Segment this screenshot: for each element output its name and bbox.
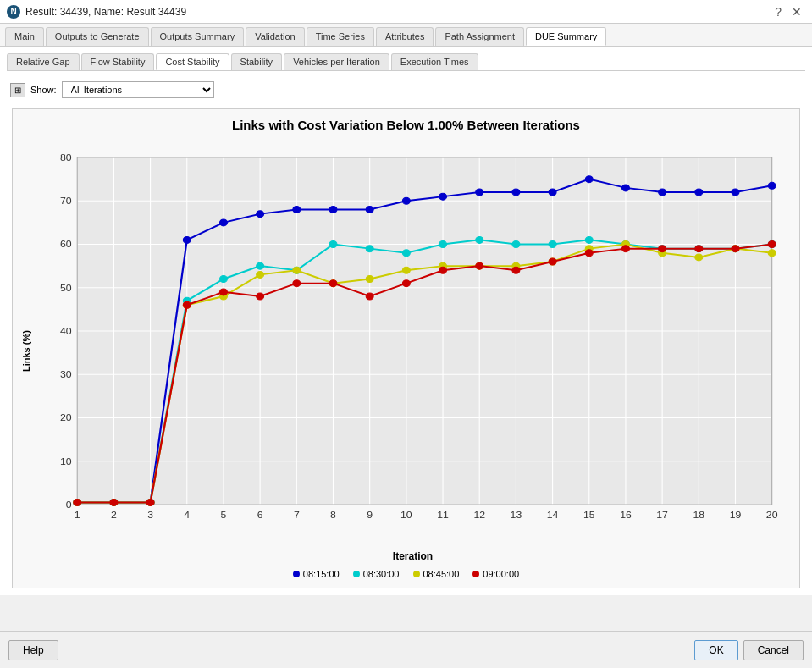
sub-tab-vehicles-per-iteration[interactable]: Vehicles per Iteration bbox=[284, 53, 389, 70]
svg-point-75 bbox=[621, 185, 629, 191]
svg-text:17: 17 bbox=[656, 510, 668, 520]
svg-point-134 bbox=[585, 250, 593, 257]
svg-text:0: 0 bbox=[66, 500, 72, 510]
help-button[interactable]: ? bbox=[771, 5, 785, 19]
svg-point-106 bbox=[293, 267, 301, 273]
y-axis-label: Links (%) bbox=[21, 141, 31, 562]
svg-point-120 bbox=[74, 499, 81, 505]
svg-point-117 bbox=[695, 254, 703, 261]
main-tab-attributes[interactable]: Attributes bbox=[376, 27, 434, 46]
content-area: Relative GapFlow StabilityCost Stability… bbox=[0, 47, 812, 595]
svg-text:16: 16 bbox=[620, 510, 632, 520]
svg-point-64 bbox=[219, 219, 227, 226]
sub-tab-relative-gap[interactable]: Relative Gap bbox=[7, 53, 80, 70]
svg-text:19: 19 bbox=[730, 510, 742, 520]
svg-point-88 bbox=[366, 246, 373, 252]
svg-text:18: 18 bbox=[693, 510, 704, 520]
cancel-button[interactable]: Cancel bbox=[743, 640, 804, 660]
svg-point-91 bbox=[476, 236, 483, 243]
svg-point-108 bbox=[366, 276, 373, 283]
svg-point-105 bbox=[257, 271, 264, 278]
svg-point-109 bbox=[402, 267, 410, 273]
svg-text:10: 10 bbox=[400, 510, 412, 520]
sub-tab-cost-stability[interactable]: Cost Stability bbox=[156, 53, 229, 70]
svg-point-92 bbox=[512, 241, 520, 248]
svg-text:15: 15 bbox=[583, 510, 595, 520]
svg-text:40: 40 bbox=[60, 326, 72, 336]
svg-point-138 bbox=[732, 246, 739, 252]
sub-tab-stability[interactable]: Stability bbox=[231, 53, 283, 70]
svg-point-84 bbox=[219, 276, 227, 283]
main-tab-path-assignment[interactable]: Path Assignment bbox=[435, 27, 524, 46]
svg-point-137 bbox=[695, 246, 703, 252]
svg-text:2: 2 bbox=[111, 510, 117, 520]
svg-point-132 bbox=[512, 267, 520, 273]
svg-point-67 bbox=[329, 207, 337, 213]
svg-text:13: 13 bbox=[511, 510, 522, 520]
svg-point-127 bbox=[329, 280, 337, 287]
svg-text:7: 7 bbox=[294, 510, 300, 520]
main-tab-outputs-to-generate[interactable]: Outputs to Generate bbox=[46, 27, 149, 46]
svg-point-124 bbox=[219, 289, 227, 295]
svg-text:5: 5 bbox=[221, 510, 227, 520]
svg-text:50: 50 bbox=[60, 282, 72, 292]
svg-point-130 bbox=[439, 267, 447, 273]
grid-toggle-button[interactable]: ⊞ bbox=[10, 83, 25, 97]
svg-point-69 bbox=[402, 197, 410, 204]
svg-text:14: 14 bbox=[547, 510, 559, 520]
show-select[interactable]: All IterationsLast 10 IterationsLast 5 I… bbox=[62, 81, 214, 98]
svg-text:6: 6 bbox=[257, 510, 263, 520]
main-tab-time-series[interactable]: Time Series bbox=[307, 27, 374, 46]
svg-text:30: 30 bbox=[60, 369, 72, 379]
svg-point-76 bbox=[659, 189, 666, 196]
svg-point-78 bbox=[732, 189, 739, 196]
main-tab-main[interactable]: Main bbox=[5, 27, 44, 46]
sub-tab-flow-stability[interactable]: Flow Stability bbox=[81, 53, 155, 70]
svg-point-89 bbox=[402, 250, 410, 257]
main-tab-due-summary[interactable]: DUE Summary bbox=[526, 27, 606, 46]
svg-point-68 bbox=[366, 207, 373, 213]
svg-point-73 bbox=[549, 189, 556, 196]
svg-point-139 bbox=[768, 241, 776, 248]
svg-point-123 bbox=[183, 301, 191, 308]
app-icon: N bbox=[7, 5, 20, 19]
help-button[interactable]: Help bbox=[8, 640, 58, 660]
svg-point-129 bbox=[402, 280, 410, 287]
window-title: Result: 34439, Name: Result 34439 bbox=[25, 6, 186, 18]
svg-text:4: 4 bbox=[184, 510, 190, 520]
svg-point-70 bbox=[439, 193, 447, 200]
svg-text:20: 20 bbox=[60, 412, 72, 422]
legend-item: 09:00:00 bbox=[472, 569, 519, 579]
close-button[interactable]: ✕ bbox=[788, 5, 805, 19]
legend-label: 08:15:00 bbox=[303, 569, 340, 579]
legend-item: 08:30:00 bbox=[353, 569, 400, 579]
svg-point-77 bbox=[695, 189, 703, 196]
toolbar: ⊞ Show: All IterationsLast 10 Iterations… bbox=[7, 78, 805, 102]
main-tab-outputs-summary[interactable]: Outputs Summary bbox=[151, 27, 245, 46]
legend: 08:15:0008:30:0008:45:0009:00:00 bbox=[21, 569, 791, 579]
legend-item: 08:45:00 bbox=[413, 569, 460, 579]
svg-point-126 bbox=[293, 280, 301, 287]
svg-point-131 bbox=[476, 262, 483, 269]
svg-text:20: 20 bbox=[766, 510, 778, 520]
show-label: Show: bbox=[30, 85, 57, 95]
svg-text:60: 60 bbox=[60, 239, 72, 249]
x-axis-label: Iteration bbox=[35, 550, 791, 562]
svg-text:10: 10 bbox=[60, 455, 72, 466]
main-tabs: MainOutputs to GenerateOutputs SummaryVa… bbox=[0, 24, 812, 47]
svg-text:70: 70 bbox=[60, 196, 72, 206]
sub-tab-execution-times[interactable]: Execution Times bbox=[391, 53, 478, 70]
ok-button[interactable]: OK bbox=[694, 640, 737, 660]
svg-point-93 bbox=[549, 241, 556, 248]
svg-text:1: 1 bbox=[75, 510, 80, 520]
svg-text:11: 11 bbox=[437, 510, 449, 520]
svg-point-128 bbox=[366, 293, 373, 300]
svg-point-125 bbox=[257, 293, 264, 300]
main-tab-validation[interactable]: Validation bbox=[246, 27, 305, 46]
svg-point-119 bbox=[768, 250, 776, 257]
svg-point-79 bbox=[768, 182, 776, 189]
svg-point-122 bbox=[146, 499, 154, 505]
chart-container: Links with Cost Variation Below 1.00% Be… bbox=[12, 108, 800, 588]
svg-text:12: 12 bbox=[473, 510, 485, 520]
bottom-bar: Help OK Cancel bbox=[0, 631, 812, 668]
